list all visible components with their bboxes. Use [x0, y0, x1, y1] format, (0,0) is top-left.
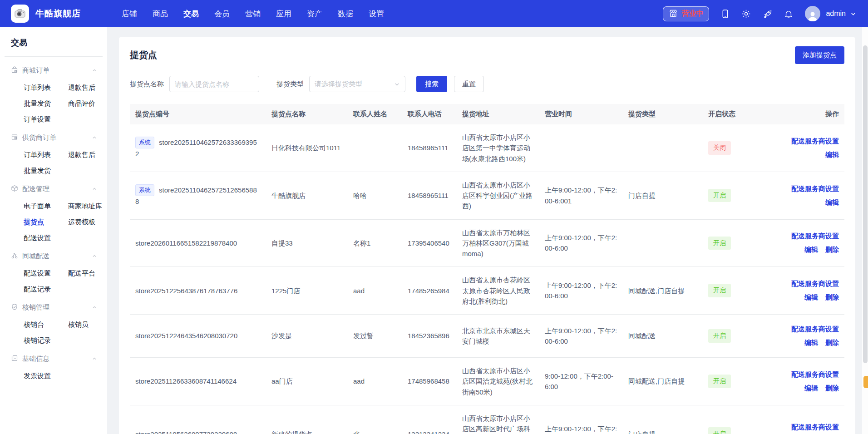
sidebar-group-city-delivery[interactable]: 同城配送: [0, 248, 107, 265]
sidebar-item[interactable]: 配送设置: [24, 266, 68, 281]
sidebar-group-basic-info[interactable]: 基础信息: [0, 350, 107, 367]
mobile-icon[interactable]: [721, 9, 730, 19]
pickup-name-input[interactable]: [169, 76, 259, 92]
top-navbar: 牛酷旗舰店 店铺商品交易会员营销应用资产数据设置 营业中: [0, 0, 868, 27]
vertical-scrollbar[interactable]: [862, 27, 868, 434]
sidebar-item[interactable]: 运费模板: [68, 214, 107, 230]
sidebar-item[interactable]: 核销员: [68, 317, 107, 333]
operations-cell: 配送服务商设置编辑: [772, 124, 844, 172]
edit-link[interactable]: 编辑: [825, 198, 839, 206]
nav-item[interactable]: 数据: [337, 7, 354, 21]
sidebar-item[interactable]: 提货点: [24, 214, 68, 230]
status-badge: 开启: [708, 375, 731, 388]
nav-item[interactable]: 资产: [306, 7, 323, 21]
business-hours-cell: 9:00-12:00，下午2:00-6:00: [539, 358, 623, 405]
pickup-point-id-cell: 系统store20251104625726333693952: [130, 124, 266, 172]
sidebar-item[interactable]: 发票设置: [24, 368, 68, 384]
main-menu: 店铺商品交易会员营销应用资产数据设置: [121, 7, 385, 21]
nav-item[interactable]: 会员: [213, 7, 231, 21]
pickup-point-id-cell: 系统store20251104625725126565888: [130, 172, 266, 219]
sidebar-sub-items: 订单列表退款售后批量发货: [0, 146, 107, 181]
chevron-up-icon[interactable]: [92, 134, 97, 142]
edit-link[interactable]: 编辑: [804, 339, 818, 346]
bell-icon[interactable]: [784, 9, 793, 19]
delivery-provider-settings-link[interactable]: 配送服务商设置: [791, 280, 839, 287]
pickup-type-cell: 同城配送,门店自提: [623, 267, 703, 315]
nav-item[interactable]: 设置: [368, 7, 385, 21]
sidebar-group-verify-manage[interactable]: 核销管理: [0, 299, 107, 316]
sidebar-group-mall-order[interactable]: 商城订单: [0, 62, 107, 79]
sidebar-item[interactable]: 配送记录: [24, 281, 68, 297]
delivery-provider-settings-link[interactable]: 配送服务商设置: [791, 370, 839, 378]
delete-link[interactable]: 删除: [825, 293, 839, 301]
username[interactable]: admin: [826, 10, 846, 18]
pickup-type-cell: 门店自提: [623, 405, 703, 434]
column-header: 联系人姓名: [348, 104, 402, 124]
sidebar-group-supplier-order[interactable]: 供货商订单: [0, 129, 107, 146]
contact-name-cell: [348, 124, 402, 172]
chevron-down-icon[interactable]: [850, 11, 856, 17]
business-status-pill[interactable]: 营业中: [663, 6, 709, 21]
brand: 牛酷旗舰店: [11, 5, 81, 23]
sidebar-item[interactable]: 配送设置: [24, 230, 68, 246]
sidebar-item[interactable]: 商家地址库: [68, 198, 107, 214]
chevron-up-icon[interactable]: [92, 185, 97, 193]
business-hours-cell: 上午9:00-12:00，下午2:00-6:00: [539, 405, 623, 434]
edit-link[interactable]: 编辑: [804, 293, 818, 301]
sidebar-item[interactable]: 退款售后: [68, 147, 107, 163]
business-hours-cell: 上午9:00-12:00，下午2:00-6:00: [539, 219, 623, 267]
gear-icon[interactable]: [741, 9, 751, 19]
scrollbar-thumb[interactable]: [863, 45, 868, 363]
delete-link[interactable]: 删除: [825, 384, 839, 392]
sidebar-item[interactable]: 电子面单: [24, 198, 68, 214]
sidebar-item[interactable]: 订单列表: [24, 80, 68, 96]
pickup-point-name-cell: 自提33: [266, 219, 348, 267]
chevron-up-icon[interactable]: [92, 355, 97, 363]
delivery-provider-settings-link[interactable]: 配送服务商设置: [791, 423, 839, 431]
chevron-up-icon[interactable]: [92, 304, 97, 311]
delivery-provider-settings-link[interactable]: 配送服务商设置: [791, 325, 839, 333]
delivery-provider-settings-link[interactable]: 配送服务商设置: [791, 137, 839, 145]
sidebar-item[interactable]: 配送平台: [68, 266, 107, 281]
sidebar-item[interactable]: 核销台: [24, 317, 68, 333]
edit-link[interactable]: 编辑: [825, 151, 839, 158]
pickup-point-name-cell: 牛酷旗舰店: [266, 172, 348, 219]
edit-link[interactable]: 编辑: [804, 246, 818, 253]
delete-link[interactable]: 删除: [825, 246, 839, 253]
sidebar-item[interactable]: 批量发货: [24, 96, 68, 112]
pickup-point-id-cell: store20260116651582219878400: [130, 219, 266, 267]
add-pickup-point-button[interactable]: 添加提货点: [795, 46, 844, 64]
sidebar-item[interactable]: 核销记录: [24, 333, 68, 349]
sidebar-group-delivery-manage[interactable]: 配送管理: [0, 181, 107, 197]
main-content: 提货点 添加提货点 提货点名称 提货类型 请选择提货类型 搜索 重置: [107, 27, 868, 434]
avatar[interactable]: [805, 6, 820, 21]
pickup-point-name-cell: 沙发是: [266, 315, 348, 358]
sidebar-item[interactable]: 批量发货: [24, 163, 68, 179]
chevron-up-icon[interactable]: [92, 252, 97, 260]
nav-item[interactable]: 店铺: [121, 7, 138, 21]
chevron-up-icon[interactable]: [92, 67, 97, 74]
search-button[interactable]: 搜索: [416, 76, 447, 92]
table-header-row: 提货点编号提货点名称联系人姓名联系人电话提货地址营业时间提货类型开启状态操作: [130, 104, 844, 124]
edit-link[interactable]: 编辑: [804, 384, 818, 392]
pickup-type-select[interactable]: 请选择提货类型: [309, 76, 405, 92]
sidebar-item[interactable]: 商品评价: [68, 96, 107, 112]
nav-item[interactable]: 营销: [244, 7, 261, 21]
nav-item[interactable]: 商品: [152, 7, 169, 21]
business-hours-cell: 上午9:00-12:00，下午2:00-6:00: [539, 267, 623, 315]
system-badge: 系统: [135, 137, 154, 148]
status-badge: 开启: [708, 329, 731, 343]
reset-button[interactable]: 重置: [454, 76, 484, 92]
nav-item[interactable]: 应用: [275, 7, 292, 21]
sidebar-title: 交易: [0, 35, 107, 56]
floating-side-widget[interactable]: [863, 376, 868, 388]
nav-item[interactable]: 交易: [182, 7, 200, 21]
delivery-provider-settings-link[interactable]: 配送服务商设置: [791, 185, 839, 192]
sidebar-item[interactable]: 订单列表: [24, 147, 68, 163]
sidebar-item[interactable]: 退款售后: [68, 80, 107, 96]
delete-link[interactable]: 删除: [825, 339, 839, 346]
rocket-icon[interactable]: [763, 9, 772, 19]
pickup-point-id: store20251105626097729220608: [135, 430, 237, 434]
delivery-provider-settings-link[interactable]: 配送服务商设置: [791, 232, 839, 240]
sidebar-item[interactable]: 订单设置: [24, 112, 68, 128]
